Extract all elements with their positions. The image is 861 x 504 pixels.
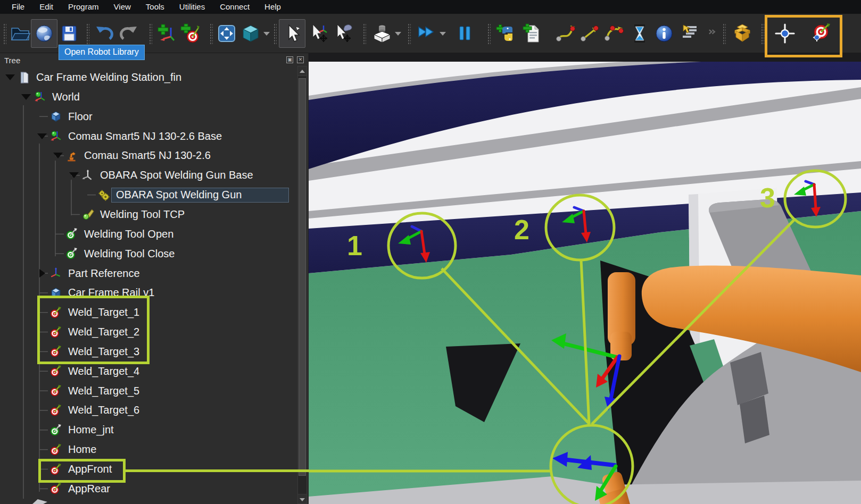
tree-item-label: Home bbox=[68, 443, 96, 456]
tree-item-appfront[interactable]: AppFront bbox=[0, 459, 296, 479]
tree-item-part-reference[interactable]: Part Reference bbox=[0, 264, 296, 283]
menu-item-program[interactable]: Program bbox=[61, 1, 106, 13]
collapse-icon[interactable] bbox=[51, 153, 65, 158]
tgtred-icon bbox=[49, 464, 65, 475]
fit-all-button[interactable] bbox=[215, 19, 238, 48]
toolbar-separator bbox=[408, 23, 411, 45]
robodk-window: FileEditProgramViewToolsUtilitiesConnect… bbox=[0, 0, 861, 504]
expand-icon[interactable] bbox=[35, 269, 49, 278]
add-target-button[interactable] bbox=[178, 19, 201, 48]
chevron-down-icon[interactable] bbox=[263, 32, 270, 36]
menu-item-view[interactable]: View bbox=[106, 1, 138, 13]
menu-item-edit[interactable]: Edit bbox=[32, 1, 61, 13]
tgtred-icon bbox=[49, 385, 65, 397]
3d-viewport[interactable]: 1 2 3 bbox=[309, 53, 861, 504]
tree-panel: Tree ▣ ✕ Car Frame Welding Station_finWo… bbox=[0, 53, 308, 504]
collapse-icon[interactable] bbox=[35, 133, 49, 139]
menu-item-help[interactable]: Help bbox=[257, 1, 288, 13]
show-message-instruction-button[interactable] bbox=[652, 19, 676, 48]
menu-item-tools[interactable]: Tools bbox=[138, 1, 172, 13]
scrollbar-up-icon[interactable] bbox=[298, 66, 307, 76]
tree-item-welding-tool-open[interactable]: Welding Tool Open bbox=[0, 224, 296, 244]
tree-item-apprear[interactable]: AppRear bbox=[0, 479, 296, 499]
chevron-down-icon[interactable] bbox=[395, 32, 401, 36]
undo-button[interactable] bbox=[93, 19, 116, 48]
tree-item-world[interactable]: World bbox=[0, 87, 296, 107]
tree-item-welding-tool-tcp[interactable]: Welding Tool TCP bbox=[0, 205, 296, 224]
pause-simulation-button[interactable] bbox=[454, 19, 476, 48]
tree-item-label: Car Frame Rail v1 bbox=[68, 287, 154, 299]
save-station-button[interactable] bbox=[57, 19, 81, 48]
tree-item-weld-target-3[interactable]: Weld_Target_3 bbox=[0, 342, 296, 362]
teach-target-on-surface-button[interactable] bbox=[801, 19, 839, 48]
scrollbar-down-icon[interactable] bbox=[298, 494, 307, 503]
tgtred-icon bbox=[49, 405, 65, 416]
tree-item-label: AppFront bbox=[68, 463, 112, 475]
tree-scrollbar[interactable] bbox=[297, 66, 307, 504]
scrollbar-thumb[interactable] bbox=[299, 78, 306, 476]
station-icon bbox=[17, 72, 33, 83]
tree-item-label: Floor bbox=[68, 111, 93, 123]
tree-item-car-frame-rail-v1[interactable]: Car Frame Rail v1 bbox=[0, 283, 296, 303]
tree-item-label: OBARA Spot Welding Gun Base bbox=[100, 169, 253, 181]
collapse-icon[interactable] bbox=[67, 172, 81, 178]
move-circular-instruction-button[interactable] bbox=[602, 19, 626, 48]
open-station-button[interactable] bbox=[9, 19, 32, 48]
tree-item-car-frame-welding-station-fin[interactable]: Car Frame Welding Station_fin bbox=[0, 68, 296, 87]
tree-item-welding-tool-close[interactable]: Welding Tool Close bbox=[0, 244, 296, 264]
tree-item-obara-spot-welding-gun-base[interactable]: OBARA Spot Welding Gun Base bbox=[0, 165, 296, 185]
pause-instruction-button[interactable] bbox=[629, 19, 650, 48]
program-instructions-button[interactable] bbox=[677, 19, 702, 48]
tree-item-home-jnt[interactable]: Home_jnt bbox=[0, 420, 296, 440]
tree-item-label: Weld_Target_5 bbox=[68, 385, 139, 397]
tree-item-label: AppRear bbox=[68, 483, 110, 495]
isometric-view-button[interactable] bbox=[238, 19, 271, 48]
fast-simulation-button[interactable] bbox=[414, 19, 448, 48]
collapse-icon[interactable] bbox=[3, 74, 17, 80]
move-reference-cursor-button[interactable] bbox=[307, 19, 331, 48]
tcp-icon bbox=[81, 208, 97, 220]
tgtred-icon bbox=[49, 307, 65, 318]
robot-icon bbox=[65, 150, 81, 162]
menu-item-utilities[interactable]: Utilities bbox=[172, 1, 212, 13]
tree-item-weld-target-5[interactable]: Weld_Target_5 bbox=[0, 381, 296, 401]
tree-item-weld-target-6[interactable]: Weld_Target_6 bbox=[0, 400, 296, 420]
frameg-icon bbox=[49, 130, 65, 142]
tree-item-home[interactable]: Home bbox=[0, 440, 296, 459]
framegray-icon bbox=[81, 170, 97, 181]
tree-item-comau-smart5-nj-130-2-6-base[interactable]: Comau Smart5 NJ 130-2.6 Base bbox=[0, 127, 296, 146]
teach-point-on-surface-button[interactable] bbox=[771, 19, 799, 48]
move-robot-cursor-button[interactable] bbox=[331, 19, 355, 48]
export-simulation-button[interactable] bbox=[730, 19, 755, 48]
tree-item-label: Comau Smart5 NJ 130-2.6 bbox=[84, 149, 211, 162]
toolbar-separator bbox=[761, 23, 764, 45]
toolbar-overflow-chevron[interactable] bbox=[707, 19, 721, 48]
annotation-label-1: 1 bbox=[347, 230, 362, 261]
select-cursor-button[interactable] bbox=[279, 19, 305, 48]
menu-item-connect[interactable]: Connect bbox=[212, 1, 257, 13]
redo-button[interactable] bbox=[117, 19, 140, 48]
tree-item-weld-target-4[interactable]: Weld_Target_4 bbox=[0, 362, 296, 381]
open-robot-library-button[interactable] bbox=[31, 19, 57, 48]
tree-item-obara-spot-welding-gun[interactable]: OBARA Spot Welding Gun bbox=[0, 185, 296, 205]
move-joint-instruction-button[interactable] bbox=[553, 19, 578, 48]
collision-check-button[interactable] bbox=[368, 19, 404, 48]
tree-item-weld-target-2[interactable]: Weld_Target_2 bbox=[0, 322, 296, 342]
tree-item-label: Car Frame Welding Station_fin bbox=[36, 71, 181, 83]
tree-item-floor[interactable]: Floor bbox=[0, 107, 296, 127]
tree-item-label: Home_jnt bbox=[68, 424, 114, 436]
chevron-down-icon[interactable] bbox=[440, 32, 446, 36]
tree-item-weld-target-1[interactable]: Weld_Target_1 bbox=[0, 303, 296, 322]
cube-icon bbox=[49, 287, 65, 299]
annotation-label-2: 2 bbox=[514, 214, 529, 245]
menu-item-file[interactable]: File bbox=[4, 1, 32, 13]
tgtred-icon bbox=[49, 326, 65, 338]
move-linear-instruction-button[interactable] bbox=[578, 19, 601, 48]
add-reference-frame-button[interactable] bbox=[154, 19, 178, 48]
add-program-button[interactable] bbox=[520, 19, 544, 48]
collapse-icon[interactable] bbox=[19, 94, 33, 100]
add-python-program-button[interactable] bbox=[494, 19, 517, 48]
gears-icon bbox=[97, 189, 113, 201]
tree-item-comau-smart5-nj-130-2-6[interactable]: Comau Smart5 NJ 130-2.6 bbox=[0, 146, 296, 165]
tree-item-label: Part Reference bbox=[68, 267, 140, 280]
